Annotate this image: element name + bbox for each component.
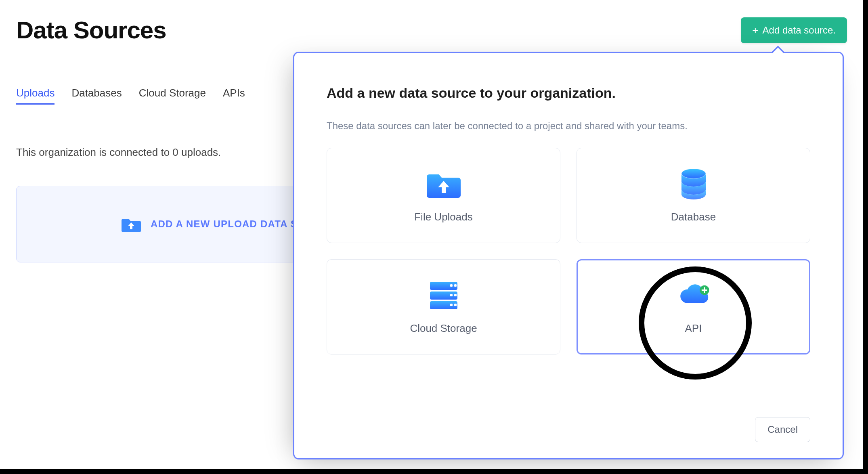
add-data-source-label: Add data source.	[763, 25, 836, 36]
svg-rect-2	[430, 282, 457, 290]
cloud-api-icon	[677, 279, 711, 312]
option-label: Database	[671, 211, 716, 223]
add-data-source-button[interactable]: + Add data source.	[741, 17, 847, 43]
page-title: Data Sources	[16, 16, 166, 44]
option-database[interactable]: Database	[577, 148, 810, 243]
database-icon	[677, 168, 711, 200]
svg-rect-3	[430, 292, 457, 300]
tabs: Uploads Databases Cloud Storage APIs	[16, 87, 245, 105]
svg-rect-10	[454, 304, 457, 306]
folder-upload-icon	[427, 168, 461, 200]
svg-rect-6	[454, 284, 457, 287]
tab-databases[interactable]: Databases	[71, 87, 122, 105]
connection-status-text: This organization is connected to 0 uplo…	[16, 146, 221, 159]
svg-rect-5	[450, 284, 453, 287]
folder-upload-icon	[122, 216, 141, 233]
option-cloud-storage[interactable]: Cloud Storage	[327, 259, 560, 354]
plus-icon: +	[752, 25, 758, 36]
option-label: File Uploads	[414, 211, 473, 223]
server-icon	[427, 279, 461, 312]
svg-rect-4	[430, 301, 457, 309]
cancel-button[interactable]: Cancel	[755, 417, 810, 442]
data-source-options: File Uploads Database	[327, 148, 810, 354]
option-file-uploads[interactable]: File Uploads	[327, 148, 560, 243]
popover-title: Add a new data source to your organizati…	[327, 85, 810, 101]
popover-subtitle: These data sources can later be connecte…	[327, 120, 810, 132]
add-data-source-popover: Add a new data source to your organizati…	[293, 52, 844, 459]
option-label: API	[685, 322, 702, 335]
option-label: Cloud Storage	[410, 322, 477, 335]
svg-rect-8	[454, 294, 457, 296]
tab-uploads[interactable]: Uploads	[16, 87, 55, 105]
add-upload-label: ADD A NEW UPLOAD DATA SO	[151, 218, 306, 230]
tab-apis[interactable]: APIs	[223, 87, 245, 105]
tab-cloud-storage[interactable]: Cloud Storage	[139, 87, 206, 105]
option-api[interactable]: API	[577, 259, 810, 354]
svg-rect-9	[450, 304, 453, 306]
svg-rect-7	[450, 294, 453, 296]
